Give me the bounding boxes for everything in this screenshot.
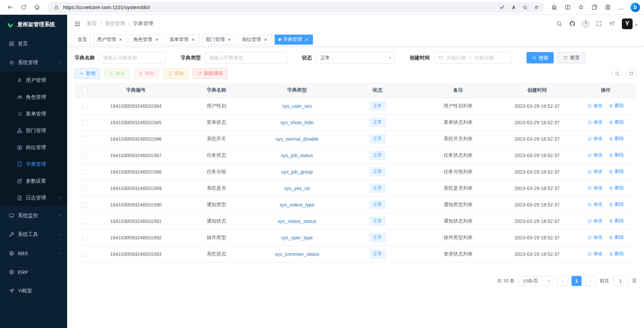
row-checkbox[interactable]: [82, 153, 87, 158]
home-icon[interactable]: [31, 1, 43, 13]
page-size-select[interactable]: 10条/页 ▾: [518, 276, 553, 286]
dict-type-input[interactable]: [205, 52, 287, 63]
breadcrumb-home[interactable]: 首页: [87, 20, 97, 27]
row-checkbox[interactable]: [82, 219, 87, 224]
sidebar-item-monitor[interactable]: 系统监控: [0, 206, 67, 225]
zoom-out-icon[interactable]: [520, 3, 530, 12]
sidebar-item-dept[interactable]: 部门管理: [0, 122, 67, 139]
sidebar-toggle-icon[interactable]: [74, 20, 81, 27]
profile-avatar[interactable]: [602, 1, 614, 13]
tab-post[interactable]: 岗位管理×: [238, 35, 272, 45]
tab-dept[interactable]: 部门管理×: [202, 35, 236, 45]
row-delete-link[interactable]: 删除: [609, 185, 624, 191]
row-checkbox[interactable]: [82, 251, 87, 257]
row-edit-link[interactable]: 修改: [588, 201, 603, 207]
row-edit-link[interactable]: 修改: [588, 136, 603, 142]
dict-type-link[interactable]: sys_notice_status: [278, 219, 316, 224]
goto-page-input[interactable]: [613, 276, 628, 286]
read-aloud-icon[interactable]: A: [509, 3, 518, 12]
row-checkbox[interactable]: [82, 202, 87, 207]
sidebar-item-menu[interactable]: 菜单管理: [0, 105, 67, 122]
github-icon[interactable]: [569, 20, 576, 27]
row-checkbox[interactable]: [82, 169, 87, 175]
row-delete-link[interactable]: 删除: [609, 136, 624, 142]
next-page-button[interactable]: ›: [586, 276, 596, 286]
select-all-checkbox[interactable]: [82, 88, 87, 93]
extensions-icon[interactable]: [548, 1, 560, 13]
search-button[interactable]: 搜索: [526, 52, 554, 63]
fullscreen-icon[interactable]: [596, 20, 602, 27]
row-edit-link[interactable]: 修改: [588, 251, 603, 257]
sidebar-item-home[interactable]: 首页: [0, 34, 67, 53]
dict-type-link[interactable]: sys_job_group: [281, 169, 313, 175]
tab-role[interactable]: 角色管理×: [130, 35, 163, 45]
dict-type-link[interactable]: sys_normal_disable: [275, 136, 318, 142]
sidebar-item-dict[interactable]: 字典管理: [0, 156, 67, 173]
dict-type-link[interactable]: sys_yes_no: [284, 186, 310, 191]
collections-icon[interactable]: [588, 1, 600, 13]
sidebar-item-bbs[interactable]: BBS: [0, 244, 67, 263]
tab-dict[interactable]: 字典管理×: [275, 35, 313, 45]
help-icon[interactable]: ?: [582, 20, 589, 27]
row-delete-link[interactable]: 删除: [609, 119, 624, 125]
sidebar-item-erp[interactable]: ERP: [0, 263, 67, 281]
dict-name-input[interactable]: [99, 52, 166, 63]
refresh-cache-button[interactable]: 刷新缓存: [193, 68, 228, 79]
row-edit-link[interactable]: 修改: [588, 185, 603, 191]
tab-close-icon[interactable]: ×: [190, 37, 196, 42]
dict-type-link[interactable]: sys_common_status: [275, 251, 319, 257]
row-checkbox[interactable]: [82, 103, 87, 109]
more-options-icon[interactable]: …: [615, 1, 627, 13]
row-delete-link[interactable]: 删除: [609, 251, 624, 257]
add-favorite-icon[interactable]: [532, 3, 541, 12]
current-page[interactable]: 1: [571, 276, 582, 286]
tab-menu[interactable]: 菜单管理×: [166, 35, 199, 45]
row-edit-link[interactable]: 修改: [588, 119, 603, 125]
row-checkbox[interactable]: [82, 186, 87, 191]
user-avatar[interactable]: Y: [622, 18, 633, 29]
delete-button[interactable]: 删除: [134, 68, 159, 79]
refresh-table-icon[interactable]: [626, 68, 637, 79]
caret-down-icon[interactable]: ▾: [635, 22, 637, 29]
dict-type-link[interactable]: sys_job_status: [281, 153, 313, 158]
row-delete-link[interactable]: 删除: [609, 103, 624, 109]
back-icon[interactable]: [4, 1, 16, 13]
sidebar-item-post[interactable]: 岗位管理: [0, 139, 67, 156]
reset-button[interactable]: 重置: [558, 52, 585, 63]
tab-close-icon[interactable]: ×: [304, 37, 309, 42]
dict-type-link[interactable]: sys_user_sex: [282, 103, 312, 109]
export-button[interactable]: 导出: [163, 68, 189, 79]
row-checkbox[interactable]: [82, 136, 87, 142]
tab-home[interactable]: 首页: [74, 35, 91, 45]
row-delete-link[interactable]: 删除: [609, 218, 624, 224]
edit-button[interactable]: 修改: [104, 68, 130, 79]
sidebar-item-user[interactable]: 用户管理: [0, 72, 67, 89]
status-select[interactable]: 正常 ▾: [316, 52, 395, 63]
row-checkbox[interactable]: [82, 120, 87, 125]
row-edit-link[interactable]: 修改: [588, 234, 603, 240]
address-bar[interactable]: https://ccnetcore.com:1101/system/dict A: [47, 2, 544, 13]
row-checkbox[interactable]: [82, 235, 87, 240]
row-edit-link[interactable]: 修改: [588, 103, 603, 109]
sidebar-item-role[interactable]: 角色管理: [0, 89, 67, 105]
sidebar-item-system[interactable]: 系统管理: [0, 53, 67, 72]
sidebar-item-param[interactable]: 参数设置: [0, 173, 67, 189]
row-delete-link[interactable]: 删除: [609, 234, 624, 240]
refresh-icon[interactable]: [17, 1, 30, 13]
password-key-icon[interactable]: [498, 3, 507, 12]
font-size-icon[interactable]: [609, 20, 615, 27]
row-delete-link[interactable]: 删除: [609, 169, 624, 175]
dict-type-link[interactable]: sys_notice_type: [280, 202, 315, 207]
sidebar-item-tools[interactable]: 系统工具: [0, 225, 67, 244]
dict-type-link[interactable]: sys_oper_type: [281, 235, 313, 240]
url-text[interactable]: https://ccnetcore.com:1101/system/dict: [63, 4, 496, 10]
app-logo[interactable]: 意框架管理系统: [0, 15, 67, 34]
dict-type-link[interactable]: sys_show_hide: [280, 120, 314, 125]
prev-page-button[interactable]: ‹: [557, 276, 567, 286]
breadcrumb-system[interactable]: 系统管理: [105, 20, 125, 27]
tab-user[interactable]: 用户管理×: [93, 35, 127, 45]
show-search-icon[interactable]: [612, 68, 623, 79]
row-delete-link[interactable]: 删除: [609, 152, 624, 158]
favorites-bar-icon[interactable]: [575, 1, 587, 13]
sidebar-item-yi[interactable]: Yi框架: [0, 281, 67, 300]
